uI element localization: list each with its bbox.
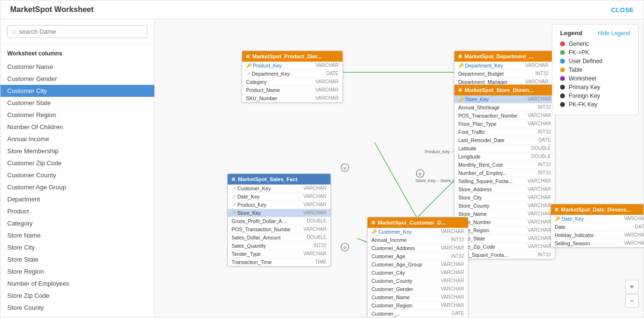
worksheet-columns-title: Worksheet columns — [0, 44, 154, 61]
svg-line-2 — [418, 178, 456, 217]
svg-point-10 — [341, 164, 349, 172]
legend-item: Worksheet — [560, 75, 630, 82]
table-icon: ⊞ — [232, 177, 235, 182]
sidebar-item[interactable]: Customer Gender — [0, 73, 154, 85]
table-row: POS_Transaction_NumbeVARCHAR — [228, 225, 330, 234]
sidebar-item[interactable]: Store Zip Code — [0, 290, 154, 302]
search-icon: ⌕ — [13, 28, 16, 35]
table-row: Department_BudgetINT32 — [454, 70, 552, 78]
legend-item: Generic — [560, 40, 630, 47]
search-input[interactable] — [19, 28, 142, 35]
table-row: Total_Square_Foota...INT32 — [454, 251, 555, 259]
zoom-controls: + − — [625, 280, 639, 308]
date-dim-header: ⊞ MarketSpot_Date_Dimens... — [551, 204, 644, 215]
sidebar-item[interactable]: Number Of Children — [0, 121, 154, 133]
legend-box: Legend Hide Legend GenericFK->PKUser Def… — [552, 24, 639, 115]
table-row: 🔑Date_KeyVARCHAR — [551, 215, 644, 223]
sales-fact-header: ⊞ MarketSpot_Sales_Fact — [228, 174, 330, 185]
legend-item: PK-FK Key — [560, 101, 630, 108]
table-row: Customer_...DATE — [368, 310, 468, 318]
sidebar-list: Customer NameCustomer GenderCustomer Cit… — [0, 61, 154, 318]
sidebar-item[interactable]: Store Region — [0, 265, 154, 278]
zoom-out-button[interactable]: − — [625, 294, 639, 308]
table-row: Monthly_Rent_CostINT32 — [454, 161, 555, 169]
sidebar-item[interactable]: Store County — [0, 302, 154, 314]
svg-text:⊕: ⊕ — [343, 166, 347, 171]
close-button[interactable]: CLOSE — [611, 6, 634, 13]
table-icon: ⊞ — [458, 88, 462, 93]
table-row: Store_Zip_CodeVARCHAR — [454, 243, 555, 251]
legend-item: User Defined — [560, 58, 630, 65]
sidebar-item[interactable]: Annual Income — [0, 133, 154, 145]
svg-line-1 — [374, 142, 418, 219]
table-icon: ⊞ — [246, 54, 250, 59]
sidebar-item[interactable]: Department — [0, 193, 154, 205]
table-row: 🔑Department_KeyVARCHAR — [454, 62, 552, 70]
table-row: ↗Product_KeyVARCHAR — [228, 201, 330, 209]
sidebar-item[interactable]: Store State — [0, 253, 154, 265]
sidebar-item[interactable]: Product — [0, 205, 154, 217]
search-input-wrap[interactable]: ⌕ — [7, 25, 148, 38]
table-row: SKU_NumberVARCHAR — [242, 94, 343, 102]
table-row: Customer_RegionVARCHAR — [368, 302, 468, 310]
legend-items: GenericFK->PKUser DefinedTableWorksheetP… — [560, 40, 630, 108]
sidebar-item[interactable]: Customer Zip Code — [0, 157, 154, 169]
table-row: Customer_Age_GroupVARCHAR — [368, 261, 468, 269]
table-row: DateDATE — [551, 223, 644, 231]
legend-dot — [560, 41, 565, 46]
header: MarketSpot Worksheet CLOSE — [0, 0, 644, 19]
legend-item: Primary Key — [560, 84, 630, 91]
sidebar-item[interactable]: Customer County — [0, 169, 154, 181]
customer-dim-table: ⊞ MarketSpot_Customer_D... 🔑Customer_Key… — [367, 217, 468, 318]
table-row: Last_Remodel_DateDATE — [454, 136, 555, 145]
zoom-in-button[interactable]: + — [625, 280, 639, 293]
table-row: Gross_Profit_Dollar_A...DOUBLE — [228, 217, 330, 225]
sidebar: ⌕ Worksheet columns Customer NameCustome… — [0, 19, 155, 318]
table-row: Customer_NameVARCHAR — [368, 293, 468, 302]
svg-point-12 — [416, 170, 424, 177]
table-row: Sales_QuantityINT32 — [228, 242, 330, 250]
table-row: Customer_CountyVARCHAR — [368, 277, 468, 285]
app-title: MarketSpot Worksheet — [10, 5, 94, 14]
table-row: ↗Store_KeyVARCHAR — [228, 209, 330, 217]
product-dim-header: ⊞ MarketSpot_Product_Dim... — [242, 51, 343, 62]
legend-label: Generic — [569, 40, 589, 47]
table-row: Store_RegionVARCHAR — [454, 226, 555, 235]
sidebar-item[interactable]: Store City — [0, 241, 154, 253]
table-row: LatitudeDOUBLE — [454, 145, 555, 153]
table-row: Annual_IncomeINT32 — [368, 236, 468, 244]
table-row: Annual_ShrinkageINT32 — [454, 104, 555, 112]
sidebar-item[interactable]: Customer Age Group — [0, 181, 154, 193]
app-container: MarketSpot Worksheet CLOSE ⌕ Worksheet c… — [0, 0, 644, 318]
main-content: ⌕ Worksheet columns Customer NameCustome… — [0, 19, 644, 318]
legend-dot — [560, 102, 565, 107]
legend-title: Legend — [560, 29, 582, 37]
sidebar-item[interactable]: Number of Employees — [0, 278, 154, 290]
sidebar-item[interactable]: Customer Region — [0, 109, 154, 121]
sidebar-item[interactable]: Customer State — [0, 97, 154, 109]
table-row: Tender_TypeVARCHAR — [228, 250, 330, 258]
store-dim-header: ⊞ MarketSpot_Store_Dimen... — [454, 85, 555, 95]
table-row: Transaction_TimeTIME — [228, 258, 330, 266]
sidebar-item[interactable]: Customer Name — [0, 61, 154, 73]
sidebar-item[interactable]: Category — [0, 217, 154, 229]
legend-label: Worksheet — [569, 75, 596, 82]
table-row: 🔑Store_KeyVARCHAR — [454, 95, 555, 104]
legend-dot — [560, 67, 565, 72]
hide-legend-button[interactable]: Hide Legend — [598, 30, 630, 37]
table-row: CategoryVARCHAR — [242, 78, 343, 86]
table-row: Store_CountyVARCHAR — [454, 202, 555, 210]
product-dim-table: ⊞ MarketSpot_Product_Dim... 🔑Product_Key… — [242, 51, 343, 103]
table-row: Customer_AddressVARCHAR — [368, 244, 468, 252]
table-row: ↗Department_KeyDATE — [242, 70, 343, 78]
svg-text:⊕: ⊕ — [418, 172, 422, 176]
sidebar-item[interactable]: Latitude — [0, 314, 154, 318]
legend-dot — [560, 76, 565, 81]
table-row: LongitudeDOUBLE — [454, 153, 555, 161]
table-row: Sales_Dollar_AmountDOUBLE — [228, 234, 330, 242]
sidebar-item[interactable]: Store Membership — [0, 145, 154, 157]
sidebar-item[interactable]: Store Name — [0, 229, 154, 241]
sales-fact-table: ⊞ MarketSpot_Sales_Fact ↗Customer_KeyVAR… — [227, 173, 331, 266]
table-row: Selling_SeasonVARCHAR — [551, 239, 644, 247]
sidebar-item[interactable]: Customer City — [0, 85, 154, 97]
